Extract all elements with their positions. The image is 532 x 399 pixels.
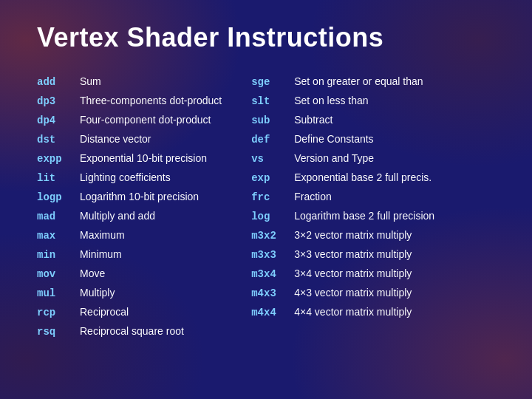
instruction-code: mad (37, 209, 74, 225)
list-item: rsqReciprocal square root (37, 324, 222, 340)
instruction-code: rsq (37, 324, 74, 340)
instruction-code: add (37, 75, 74, 90)
instruction-code: lit (37, 171, 74, 186)
list-item: dp3Three-components dot-product (37, 93, 222, 109)
list-item: m4x34×3 vector matrix multiply (251, 285, 434, 301)
main-content: Vertex Shader Instructions addSumdp3Thre… (0, 0, 532, 358)
list-item: frcFraction (251, 189, 434, 205)
instruction-description: Lighting coefficients (80, 170, 171, 185)
instruction-code: logp (37, 190, 74, 205)
list-item: rcpReciprocal (37, 304, 222, 321)
instruction-description: 3×4 vector matrix multiply (294, 266, 412, 282)
instruction-description: 4×4 vector matrix multiply (294, 304, 412, 320)
instruction-description: 3×3 vector matrix multiply (294, 247, 412, 262)
instruction-code: log (251, 209, 288, 225)
instruction-description: Fraction (294, 189, 332, 205)
list-item: maxMaximum (37, 228, 222, 244)
right-column: sgeSet on greater or equal thansltSet on… (251, 74, 434, 343)
page-title: Vertex Shader Instructions (37, 22, 495, 53)
list-item: sgeSet on greater or equal than (251, 74, 434, 90)
instruction-description: 3×2 vector matrix multiply (294, 228, 412, 243)
instruction-code: sge (251, 75, 288, 90)
list-item: defDefine Constants (251, 132, 434, 148)
instruction-description: Set on greater or equal than (294, 74, 423, 89)
instruction-code: dp3 (37, 94, 74, 109)
list-item: vsVersion and Type (251, 151, 434, 167)
instruction-code: expp (37, 151, 74, 167)
instruction-code: vs (251, 151, 288, 167)
instruction-code: frc (251, 190, 288, 205)
instruction-description: Move (80, 266, 105, 282)
list-item: movMove (37, 266, 222, 282)
instruction-description: Reciprocal (80, 304, 129, 320)
instruction-code: slt (251, 94, 288, 109)
instruction-code: m3x4 (251, 267, 288, 282)
instruction-code: mov (37, 267, 74, 282)
instruction-description: Four-component dot-product (80, 112, 211, 128)
list-item: addSum (37, 74, 222, 90)
list-item: litLighting coefficients (37, 170, 222, 186)
instruction-code: dst (37, 132, 74, 148)
list-item: minMinimum (37, 247, 222, 263)
list-item: expExponential base 2 full precis. (251, 170, 434, 186)
list-item: dstDistance vector (37, 132, 222, 148)
instruction-description: Sum (80, 74, 101, 89)
instruction-description: Multiply and add (80, 208, 155, 224)
instruction-description: Reciprocal square root (80, 324, 184, 339)
instruction-code: rcp (37, 305, 74, 321)
instruction-description: Maximum (80, 228, 125, 243)
instruction-code: mul (37, 286, 74, 301)
instruction-code: dp4 (37, 113, 74, 129)
list-item: madMultiply and add (37, 208, 222, 225)
list-item: m3x33×3 vector matrix multiply (251, 247, 434, 263)
instruction-code: m4x4 (251, 305, 288, 321)
columns-container: addSumdp3Three-components dot-productdp4… (37, 74, 495, 343)
instruction-code: m3x3 (251, 248, 288, 263)
instruction-description: Subtract (294, 112, 332, 128)
instruction-description: Logarithm base 2 full precision (294, 208, 434, 224)
instruction-description: Exponential 10-bit precision (80, 151, 207, 166)
instruction-description: Logarithm 10-bit precision (80, 189, 199, 205)
list-item: logLogarithm base 2 full precision (251, 208, 434, 225)
instruction-description: Define Constants (294, 132, 373, 147)
instruction-description: Three-components dot-product (80, 93, 222, 109)
left-column: addSumdp3Three-components dot-productdp4… (37, 74, 222, 343)
instruction-description: Multiply (80, 285, 115, 301)
instruction-code: exp (251, 171, 288, 186)
list-item: m4x44×4 vector matrix multiply (251, 304, 434, 321)
instruction-code: def (251, 132, 288, 148)
instruction-description: Minimum (80, 247, 122, 262)
list-item: mulMultiply (37, 285, 222, 301)
instruction-description: Distance vector (80, 132, 151, 147)
instruction-code: m3x2 (251, 228, 288, 244)
instruction-code: m4x3 (251, 286, 288, 301)
instruction-description: Version and Type (294, 151, 374, 166)
list-item: exppExponential 10-bit precision (37, 151, 222, 167)
instruction-description: 4×3 vector matrix multiply (294, 285, 412, 301)
list-item: m3x23×2 vector matrix multiply (251, 228, 434, 244)
list-item: logpLogarithm 10-bit precision (37, 189, 222, 205)
list-item: subSubtract (251, 112, 434, 129)
list-item: sltSet on less than (251, 93, 434, 109)
list-item: m3x43×4 vector matrix multiply (251, 266, 434, 282)
instruction-code: sub (251, 113, 288, 129)
instruction-description: Set on less than (294, 93, 368, 109)
instruction-code: max (37, 228, 74, 244)
instruction-code: min (37, 248, 74, 263)
instruction-description: Exponential base 2 full precis. (294, 170, 432, 185)
list-item: dp4Four-component dot-product (37, 112, 222, 129)
